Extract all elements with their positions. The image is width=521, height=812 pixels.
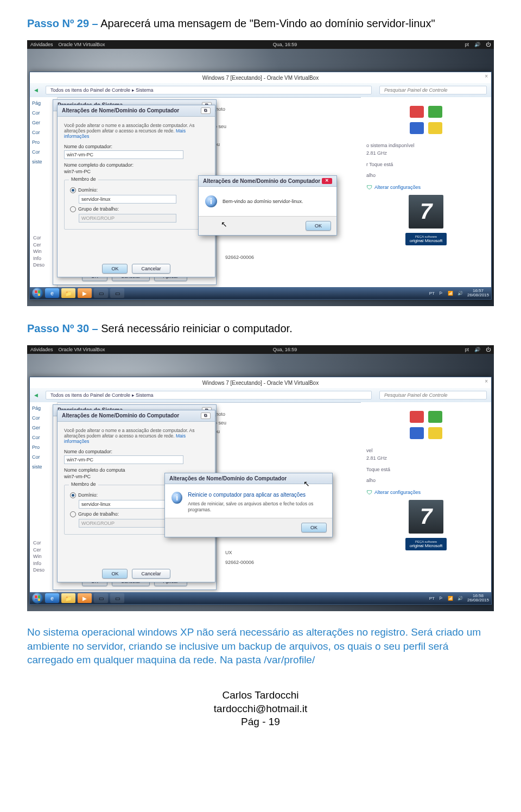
domain-radio[interactable]: Domínio: [70,187,202,193]
modal-title: Alterações de Nome/Domínio do Computador [169,475,287,481]
tray-clock[interactable]: 16:58 26/08/2015 [467,594,489,603]
namechange-ok-button[interactable]: OK [102,264,128,274]
shield-icon: 🛡 [366,489,372,496]
explorer-icon[interactable]: 📁 [61,288,75,298]
vb-close-icon[interactable]: × [485,378,488,384]
frag-alho: alho [366,172,486,179]
start-button[interactable] [32,288,43,299]
left-item[interactable]: Pág [32,405,55,411]
explorer-icon[interactable]: 📁 [61,593,75,603]
domain-radio-label: Domínio: [78,492,98,498]
tray-network-icon[interactable]: 📶 [448,596,453,601]
app-title[interactable]: Oracle VM VirtualBox [59,347,105,352]
info-row: Cor [33,540,45,547]
tray-flag-icon[interactable]: 🏳 [439,291,443,296]
gnome-topbar: Atividades Oracle VM VirtualBox Qua, 16:… [27,345,494,354]
volume-icon[interactable]: 🔊 [474,347,480,352]
change-settings-link[interactable]: Alterar configurações [374,185,421,190]
left-item[interactable]: Pro [32,139,55,145]
workgroup-radio[interactable]: Grupo de trabalho: [70,206,202,212]
left-item[interactable]: Cor [32,110,55,116]
topbar-lang[interactable]: pt [465,347,469,352]
virtualbox-window: Windows 7 [Executando] - Oracle VM Virtu… [29,377,492,605]
namechange-ok-button[interactable]: OK [102,569,128,579]
tray-lang[interactable]: PT [429,291,435,296]
back-icon[interactable]: ◀ [34,87,38,93]
tray-lang[interactable]: PT [429,596,435,601]
power-icon[interactable]: ⏻ [486,347,491,352]
restart-ok-button[interactable]: OK [301,523,327,532]
workgroup-radio-label: Grupo de trabalho: [78,511,119,517]
full-name-value: win7-vm-PC [64,169,208,174]
tray-network-icon[interactable]: 📶 [448,291,453,296]
left-item[interactable]: siste [32,464,55,470]
computer-name-field[interactable]: win7-vm-PC [64,150,183,159]
computer-name-field[interactable]: win7-vm-PC [64,455,183,464]
modal-ok-button[interactable]: OK [306,221,331,231]
step-29-heading: Passo Nº 29 – Aparecerá uma mensagem de … [27,16,494,30]
namechange-desc: Você pode alterar o nome e a associação … [64,123,208,139]
start-button[interactable] [32,593,43,604]
namechange-desc-text: Você pode alterar o nome e a associação … [64,123,195,134]
back-icon[interactable]: ◀ [34,392,38,398]
gnome-topbar: Atividades Oracle VM VirtualBox Qua, 16:… [27,40,494,49]
windows-taskbar: e 📁 ▶ ▭ ▭ PT 🏳 📶 🔊 16:57 26/08/2015 [30,287,491,299]
vb-close-icon[interactable]: × [485,73,488,79]
topbar-lang[interactable]: pt [465,42,469,47]
close-icon[interactable]: ⧉ [201,413,211,419]
left-item[interactable]: Pág [32,100,55,106]
member-of-legend: Membro de [69,481,98,487]
namechange-cancel-button[interactable]: Cancelar [132,569,170,579]
product-id: 92662-00006 [225,255,254,260]
volume-icon[interactable]: 🔊 [474,42,480,47]
search-input[interactable]: Pesquisar Painel de Controle [379,391,487,399]
frag-touch: r Toque está [366,161,486,168]
info-row: Deso [33,262,45,269]
ie-icon[interactable]: e [45,593,59,603]
taskbar-item[interactable]: ▭ [110,288,124,298]
tray-volume-icon[interactable]: 🔊 [458,291,463,296]
left-item[interactable]: Cor [32,415,55,421]
left-item[interactable]: Cor [32,435,55,440]
info-row: Info [33,255,45,262]
taskbar-item[interactable]: ▭ [94,288,108,298]
member-of-legend: Membro de [69,176,98,182]
close-icon[interactable]: ✕ [322,178,332,184]
domain-radio-label: Domínio: [78,187,98,193]
domain-field[interactable]: servidor-linux [79,195,176,204]
media-player-icon[interactable]: ▶ [78,288,92,298]
change-settings-link[interactable]: Alterar configurações [374,490,421,495]
left-item[interactable]: Cor [32,130,55,135]
breadcrumb[interactable]: Todos os Itens do Painel de Controle ▸ S… [46,391,372,399]
ux-label: UX [225,550,232,555]
namechange-cancel-button[interactable]: Cancelar [132,264,170,274]
taskbar-item[interactable]: ▭ [94,593,108,603]
left-item[interactable]: Pro [32,445,55,450]
left-item[interactable]: siste [32,159,55,164]
close-icon[interactable]: ⧉ [201,107,211,114]
domain-field[interactable]: servidor-linux [79,500,176,509]
breadcrumb[interactable]: Todos os Itens do Painel de Controle ▸ S… [46,86,372,94]
ie-icon[interactable]: e [45,288,59,298]
namechange-desc-text: Você pode alterar o nome e a associação … [64,428,195,439]
media-player-icon[interactable]: ▶ [78,593,92,603]
app-title[interactable]: Oracle VM VirtualBox [59,42,105,47]
power-icon[interactable]: ⏻ [486,42,491,47]
left-item[interactable]: Cor [32,454,55,460]
activities-label[interactable]: Atividades [30,347,53,352]
tray-volume-icon[interactable]: 🔊 [458,596,463,601]
tray-flag-icon[interactable]: 🏳 [439,596,443,601]
full-name-label-short: Nome completo do computa [64,467,208,473]
cpu-ghz: 2.81 GHz [366,149,486,157]
left-item[interactable]: Cor [32,149,55,155]
left-item[interactable]: Ger [32,120,55,125]
tray-clock[interactable]: 16:57 26/08/2015 [467,289,489,298]
step-29-label: Passo Nº 29 – [27,17,98,29]
left-item[interactable]: Ger [32,425,55,430]
search-input[interactable]: Pesquisar Painel de Controle [379,86,487,94]
genuine-badge: PEÇA software original Microsoft [405,538,447,550]
explorer-toolbar: ◀ Todos os Itens do Painel de Controle ▸… [30,83,491,98]
modal-message: Bem-vindo ao domínio servidor-linux. [223,199,303,204]
activities-label[interactable]: Atividades [30,42,53,47]
taskbar-item[interactable]: ▭ [110,593,124,603]
